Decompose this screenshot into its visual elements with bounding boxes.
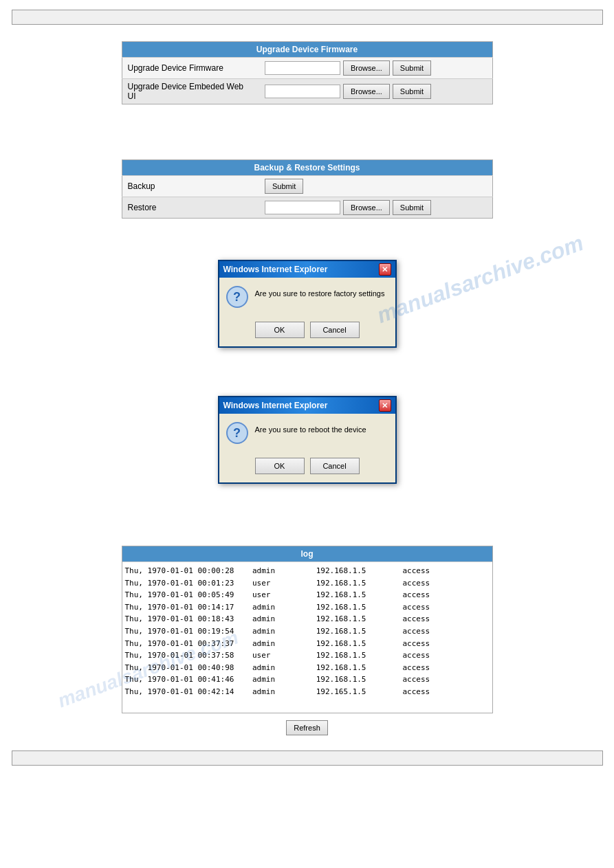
restore-file-input[interactable] <box>265 201 340 214</box>
firmware-browse-btn-2[interactable]: Browse... <box>343 84 390 99</box>
restore-dialog: Windows Internet Explorer ✕ ? Are you su… <box>218 260 397 348</box>
top-bar <box>12 10 603 25</box>
log-section-title: log <box>122 546 492 561</box>
backup-submit-btn[interactable]: Submit <box>265 179 303 194</box>
backup-controls-1: Submit <box>259 176 492 197</box>
firmware-submit-btn-1[interactable]: Submit <box>393 60 431 76</box>
firmware-file-input-1[interactable] <box>265 61 340 75</box>
refresh-row: Refresh <box>12 720 603 735</box>
restore-dialog-titlebar: Windows Internet Explorer ✕ <box>219 261 395 278</box>
log-entry: Thu, 1970-01-01 00:40:98 admin 192.168.1… <box>125 662 490 674</box>
backup-section: Backup & Restore Settings Backup Submit … <box>122 159 493 219</box>
firmware-controls-1: Browse... Submit <box>259 58 492 79</box>
bottom-bar <box>12 750 603 766</box>
log-entry: Thu, 1970-01-01 00:01:23 user 192.168.1.… <box>125 577 490 590</box>
log-section: log Thu, 1970-01-01 00:00:28 admin 192.1… <box>122 546 493 713</box>
restore-dialog-body: ? Are you sure to restore factory settin… <box>219 278 395 316</box>
log-entry: Thu, 1970-01-01 00:37:37 admin 192.168.1… <box>125 638 490 650</box>
backup-label-2: Restore <box>122 197 259 219</box>
reboot-dialog-cancel-btn[interactable]: Cancel <box>310 458 360 474</box>
restore-dialog-close-btn[interactable]: ✕ <box>379 263 391 276</box>
restore-dialog-ok-btn[interactable]: OK <box>255 322 305 338</box>
dialog2-row: Windows Internet Explorer ✕ ? Are you su… <box>12 396 603 484</box>
reboot-dialog-body: ? Are you sure to reboot the device <box>219 414 395 452</box>
backup-section-title: Backup & Restore Settings <box>122 160 492 176</box>
restore-dialog-title: Windows Internet Explorer <box>223 265 328 274</box>
firmware-section: Upgrade Device Firmware Upgrade Device F… <box>122 41 493 104</box>
log-entry: Thu, 1970-01-01 00:19:54 admin 192.168.1… <box>125 625 490 638</box>
content-area: Upgrade Device Firmware Upgrade Device F… <box>12 27 603 748</box>
firmware-label-1: Upgrade Device Firmware <box>122 58 259 79</box>
backup-row-2: Restore Browse... Submit <box>122 197 492 219</box>
dialog1-row: Windows Internet Explorer ✕ ? Are you su… <box>12 260 603 348</box>
reboot-dialog-titlebar: Windows Internet Explorer ✕ <box>219 397 395 414</box>
restore-dialog-message: Are you sure to restore factory settings <box>255 286 385 299</box>
reboot-dialog: Windows Internet Explorer ✕ ? Are you su… <box>218 396 397 484</box>
backup-row-1: Backup Submit <box>122 176 492 197</box>
backup-label-1: Backup <box>122 176 259 197</box>
firmware-submit-btn-2[interactable]: Submit <box>393 84 431 99</box>
firmware-controls-2: Browse... Submit <box>259 79 492 104</box>
reboot-dialog-ok-btn[interactable]: OK <box>255 458 305 474</box>
restore-dialog-buttons: OK Cancel <box>219 316 395 346</box>
log-entry: Thu, 1970-01-01 00:00:28 admin 192.168.1… <box>125 565 490 577</box>
firmware-row-2: Upgrade Device Embeded Web UI Browse... … <box>122 79 492 104</box>
firmware-browse-btn-1[interactable]: Browse... <box>343 60 390 76</box>
reboot-dialog-close-btn[interactable]: ✕ <box>379 399 391 412</box>
reboot-dialog-icon: ? <box>226 422 248 444</box>
log-entry: Thu, 1970-01-01 00:42:14 admin 192.165.1… <box>125 686 490 698</box>
backup-controls-2: Browse... Submit <box>259 197 492 219</box>
restore-dialog-cancel-btn[interactable]: Cancel <box>310 322 360 338</box>
log-entry: Thu, 1970-01-01 00:37:58 user 192.168.1.… <box>125 649 490 662</box>
restore-browse-btn[interactable]: Browse... <box>343 200 390 215</box>
reboot-dialog-title: Windows Internet Explorer <box>223 401 328 410</box>
refresh-btn[interactable]: Refresh <box>286 720 328 735</box>
reboot-dialog-message: Are you sure to reboot the device <box>255 422 366 435</box>
firmware-label-2: Upgrade Device Embeded Web UI <box>122 79 259 104</box>
log-entry: Thu, 1970-01-01 00:05:49 user 192.168.1.… <box>125 589 490 601</box>
log-entry: Thu, 1970-01-01 00:41:46 admin 192.168.1… <box>125 674 490 686</box>
firmware-row-1: Upgrade Device Firmware Browse... Submit <box>122 58 492 79</box>
log-body[interactable]: Thu, 1970-01-01 00:00:28 admin 192.168.1… <box>122 561 492 713</box>
restore-submit-btn[interactable]: Submit <box>393 200 431 215</box>
dialogs-wrapper: manualsarchive.com Windows Internet Expl… <box>12 260 603 735</box>
firmware-section-title: Upgrade Device Firmware <box>122 42 492 58</box>
restore-dialog-icon: ? <box>226 286 248 308</box>
firmware-file-input-2[interactable] <box>265 85 340 98</box>
log-entry: Thu, 1970-01-01 00:18:43 admin 192.168.1… <box>125 613 490 625</box>
page-wrapper: Upgrade Device Firmware Upgrade Device F… <box>0 0 614 868</box>
reboot-dialog-buttons: OK Cancel <box>219 452 395 482</box>
log-entry: Thu, 1970-01-01 00:14:17 admin 192.168.1… <box>125 601 490 614</box>
